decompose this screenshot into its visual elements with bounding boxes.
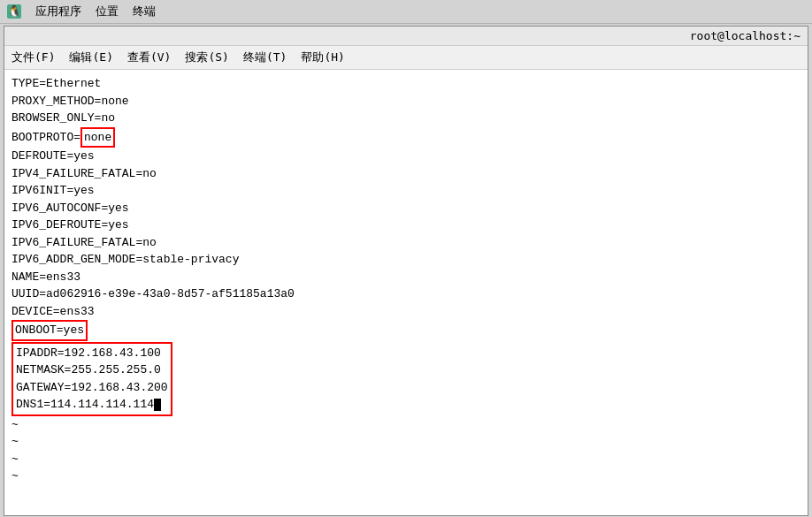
line-tilde-2: ~ (11, 433, 801, 451)
line-tilde-1: ~ (11, 416, 801, 434)
line-defroute: DEFROUTE=yes (11, 148, 801, 165)
menu-terminal[interactable]: 终端(T) (243, 49, 287, 65)
menu-edit[interactable]: 编辑(E) (69, 49, 112, 65)
line-proxy: PROXY_METHOD=none (11, 93, 801, 110)
network-block: IPADDR=192.168.43.100 NETMASK=255.255.25… (11, 342, 172, 416)
line-ipv6-defroute: IPV6_DEFROUTE=yes (11, 217, 801, 234)
menu-help[interactable]: 帮助(H) (301, 49, 344, 65)
cursor (154, 399, 161, 411)
system-logo: 🐧 (7, 4, 21, 19)
line-device: DEVICE=ens33 (11, 303, 801, 321)
terminal-content[interactable]: TYPE=Ethernet PROXY_METHOD=none BROWSER_… (4, 70, 808, 515)
line-name: NAME=ens33 (11, 269, 801, 286)
line-bootproto: BOOTPROTO=none (11, 127, 801, 148)
line-ipv4-fatal: IPV4_FAILURE_FATAL=no (11, 165, 801, 183)
menu-file[interactable]: 文件(F) (11, 49, 55, 65)
line-type: TYPE=Ethernet (11, 75, 801, 93)
line-onboot: ONBOOT=yes (11, 320, 801, 341)
line-tilde-3: ~ (11, 451, 801, 468)
system-bar: 🐧 应用程序 位置 终端 (0, 0, 812, 24)
bootproto-highlight: none (80, 127, 115, 148)
line-ipv6-autoconf: IPV6_AUTOCONF=yes (11, 200, 801, 217)
system-menu-apps[interactable]: 应用程序 (35, 4, 81, 19)
menu-view[interactable]: 查看(V) (127, 49, 171, 65)
line-ipaddr: IPADDR=192.168.43.100 (16, 345, 168, 362)
title-text: root@localhost:~ (690, 29, 801, 42)
title-bar: root@localhost:~ (4, 27, 808, 46)
system-menu-terminal[interactable]: 终端 (133, 4, 156, 19)
menu-search[interactable]: 搜索(S) (185, 49, 228, 65)
line-uuid: UUID=ad062916-e39e-43a0-8d57-af51185a13a… (11, 285, 801, 303)
line-browser: BROWSER_ONLY=no (11, 110, 801, 127)
line-ipv6init: IPV6INIT=yes (11, 182, 801, 200)
line-gateway: GATEWAY=192.168.43.200 (16, 379, 168, 397)
line-ipv6-fatal: IPV6_FAILURE_FATAL=no (11, 234, 801, 252)
line-tilde-4: ~ (11, 468, 801, 485)
line-ipv6-addr: IPV6_ADDR_GEN_MODE=stable-privacy (11, 251, 801, 269)
line-netmask: NETMASK=255.255.255.0 (16, 361, 168, 379)
system-menu-location[interactable]: 位置 (96, 4, 119, 19)
terminal-window: root@localhost:~ 文件(F) 编辑(E) 查看(V) 搜索(S)… (4, 26, 808, 516)
menu-bar: 文件(F) 编辑(E) 查看(V) 搜索(S) 终端(T) 帮助(H) (4, 46, 808, 70)
line-dns1: DNS1=114.114.114.114 (16, 396, 168, 414)
onboot-highlight: ONBOOT=yes (11, 320, 88, 341)
